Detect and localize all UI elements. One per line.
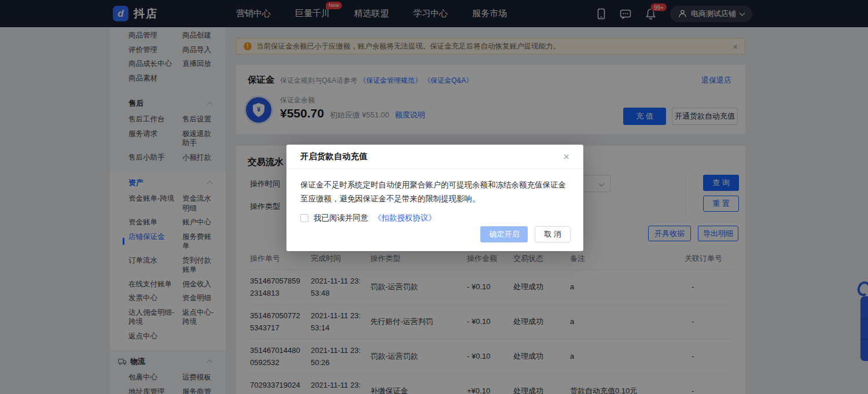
cancel-button[interactable]: 取 消 [535, 226, 571, 242]
agree-row: 我已阅读并同意 《扣款授权协议》 [300, 213, 569, 223]
modal-title: 开启货款自动充值 [300, 151, 367, 162]
confirm-open-button[interactable]: 确定开启 [480, 226, 528, 242]
agreement-link[interactable]: 《扣款授权协议》 [374, 213, 436, 223]
auto-recharge-modal: 开启货款自动充值 × 保证金不足时系统定时自动使用聚合账户的可提现余额和冻结余额… [286, 145, 583, 251]
agree-checkbox[interactable] [300, 214, 308, 222]
page: d 抖店 营销中心巨量千川New精选联盟学习中心服务市场 99+ 电商测试店铺 … [0, 0, 868, 394]
modal-body-text: 保证金不足时系统定时自动使用聚合账户的可提现余额和冻结余额充值保证金至应缴额，避… [286, 169, 583, 205]
modal-footer: 确定开启 取 消 [480, 226, 571, 242]
agree-text: 我已阅读并同意 [314, 213, 369, 223]
modal-header: 开启货款自动充值 × [286, 145, 583, 169]
modal-close-icon[interactable]: × [563, 152, 569, 162]
